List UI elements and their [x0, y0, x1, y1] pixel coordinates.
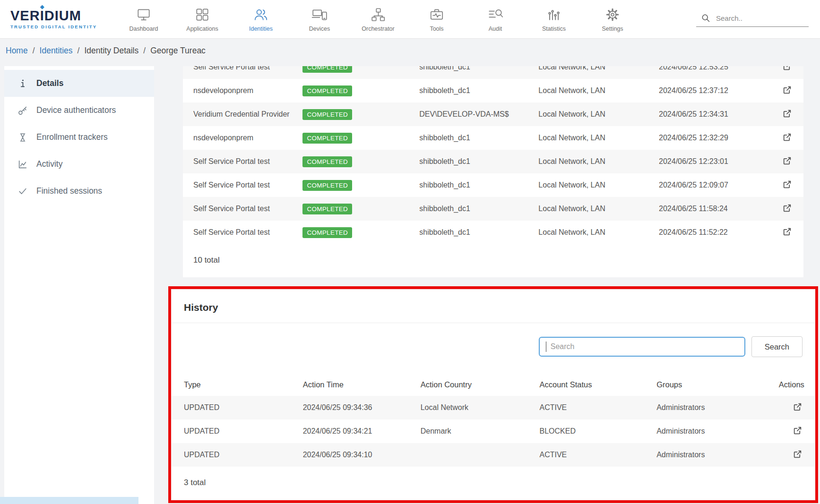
history-account-status: BLOCKED: [539, 419, 656, 443]
column-header-actions: Actions: [779, 373, 815, 396]
session-time: 2024/06/25 12:34:31: [659, 103, 770, 126]
tools-icon: [429, 7, 445, 23]
session-location: Local Network, LAN: [538, 197, 659, 221]
nav-item-orchestrator[interactable]: Orchestrator: [349, 7, 407, 32]
session-row[interactable]: nsdeveloponprem COMPLETED shibboleth_dc1…: [183, 79, 803, 103]
sidebar-item-finished-sessions[interactable]: Finished sessions: [4, 178, 154, 205]
session-time: 2024/06/25 12:32:29: [659, 126, 770, 150]
sessions-total: 10 total: [183, 244, 803, 277]
history-action-time: 2024/06/25 09:34:21: [303, 419, 421, 443]
open-session-button[interactable]: [782, 156, 792, 166]
history-header-row: Type Action Time Action Country Account …: [172, 373, 815, 396]
history-row[interactable]: UPDATED 2024/06/25 09:34:10 ACTIVE Admin…: [172, 443, 815, 467]
open-session-button[interactable]: [782, 179, 792, 189]
breadcrumb-identities[interactable]: Identities: [40, 46, 73, 56]
session-server: shibboleth_dc1: [419, 126, 538, 150]
history-title: History: [172, 290, 815, 323]
history-row[interactable]: UPDATED 2024/06/25 09:34:21 Denmark BLOC…: [172, 419, 815, 443]
session-row[interactable]: Self Service Portal test COMPLETED shibb…: [183, 173, 803, 197]
nav-item-label: Dashboard: [129, 26, 158, 32]
session-name: Self Service Portal test: [183, 150, 302, 173]
global-search-input[interactable]: [716, 14, 810, 22]
applications-icon: [194, 7, 210, 23]
settings-icon: [604, 7, 621, 23]
history-type: UPDATED: [172, 396, 303, 419]
sidebar-item-label: Finished sessions: [36, 186, 102, 196]
status-badge: COMPLETED: [302, 204, 352, 214]
session-row[interactable]: Self Service Portal test COMPLETED shibb…: [183, 66, 803, 79]
history-type: UPDATED: [172, 419, 303, 443]
session-row[interactable]: Self Service Portal test COMPLETED shibb…: [183, 150, 803, 173]
open-history-entry-button[interactable]: [793, 426, 803, 436]
history-action-country: Local Network: [421, 396, 540, 419]
history-action-country: Denmark: [421, 419, 540, 443]
session-time: 2024/06/25 11:58:24: [659, 197, 770, 221]
nav-item-statistics[interactable]: Statistics: [525, 7, 583, 32]
session-time: 2024/06/25 11:52:22: [659, 221, 770, 244]
partial-bottom-element: [0, 497, 138, 504]
session-row[interactable]: Veridium Credential Provider COMPLETED D…: [183, 103, 803, 126]
session-name: Self Service Portal test: [183, 66, 302, 79]
session-location: Local Network, LAN: [538, 103, 659, 126]
history-account-status: ACTIVE: [539, 396, 656, 419]
open-session-button[interactable]: [782, 109, 792, 119]
history-search-input[interactable]: [539, 337, 745, 357]
breadcrumb-separator: /: [33, 46, 35, 56]
devices-icon: [311, 7, 328, 23]
history-search-field: [539, 337, 745, 357]
dashboard-icon: [136, 7, 152, 23]
history-account-status: ACTIVE: [539, 443, 656, 467]
open-history-entry-button[interactable]: [793, 449, 803, 459]
history-groups: Administrators: [656, 396, 779, 419]
session-name: nsdeveloponprem: [183, 126, 302, 150]
session-location: Local Network, LAN: [538, 66, 659, 79]
nav-item-dashboard[interactable]: Dashboard: [114, 7, 173, 32]
sidebar-item-enrollment-trackers[interactable]: Enrollment trackers: [4, 124, 154, 151]
logo-wordmark: VER◆IDIUM: [10, 9, 103, 23]
session-row[interactable]: nsdeveloponprem COMPLETED shibboleth_dc1…: [183, 126, 803, 150]
session-row[interactable]: Self Service Portal test COMPLETED shibb…: [183, 197, 803, 221]
history-total: 3 total: [172, 467, 815, 497]
veridium-logo[interactable]: VER◆IDIUM TRUSTED DIGITAL IDENTITY: [10, 9, 103, 29]
session-row[interactable]: Self Service Portal test COMPLETED shibb…: [183, 221, 803, 244]
history-action-time: 2024/06/25 09:34:10: [303, 443, 421, 467]
column-header-groups: Groups: [656, 373, 779, 396]
sidebar-item-activity[interactable]: Activity: [4, 151, 154, 178]
info-icon: [17, 78, 28, 89]
open-session-button[interactable]: [782, 203, 792, 213]
session-location: Local Network, LAN: [538, 221, 659, 244]
history-action-time: 2024/06/25 09:34:36: [303, 396, 421, 419]
nav-item-audit[interactable]: Audit: [466, 7, 525, 32]
sidebar-item-device-authenticators[interactable]: Device authenticators: [4, 97, 154, 124]
open-session-button[interactable]: [782, 66, 792, 71]
sidebar-item-details[interactable]: Details: [4, 70, 154, 97]
open-session-button[interactable]: [782, 132, 792, 142]
nav-item-tools[interactable]: Tools: [407, 7, 466, 32]
session-server: DEV\DEVELOP-VDA-MS$: [419, 103, 538, 126]
session-location: Local Network, LAN: [538, 126, 659, 150]
history-search-button[interactable]: Search: [751, 336, 803, 357]
history-row[interactable]: UPDATED 2024/06/25 09:34:36 Local Networ…: [172, 396, 815, 419]
breadcrumb-home[interactable]: Home: [6, 46, 28, 56]
breadcrumb: Home / Identities / Identity Details / G…: [0, 39, 820, 62]
open-session-button[interactable]: [782, 227, 792, 237]
session-server: shibboleth_dc1: [419, 79, 538, 103]
open-session-button[interactable]: [782, 85, 792, 95]
nav-item-identities[interactable]: Identities: [232, 7, 290, 32]
history-table: Type Action Time Action Country Account …: [172, 373, 815, 467]
nav-item-applications[interactable]: Applications: [173, 7, 232, 32]
identity-sidebar: Details Device authenticators Enrollment…: [4, 66, 154, 504]
statistics-icon: [546, 7, 562, 23]
sidebar-item-label: Details: [36, 78, 63, 88]
nav-item-label: Statistics: [542, 26, 566, 32]
nav-item-devices[interactable]: Devices: [290, 7, 349, 32]
column-header-type: Type: [172, 373, 303, 396]
open-history-entry-button[interactable]: [793, 402, 803, 412]
history-action-country: [421, 443, 540, 467]
session-name: Self Service Portal test: [183, 221, 302, 244]
hourglass-icon: [17, 132, 28, 143]
session-time: 2024/06/25 12:23:01: [659, 150, 770, 173]
nav-item-settings[interactable]: Settings: [583, 7, 642, 32]
nav-item-label: Settings: [602, 26, 623, 32]
status-badge: COMPLETED: [302, 180, 352, 191]
